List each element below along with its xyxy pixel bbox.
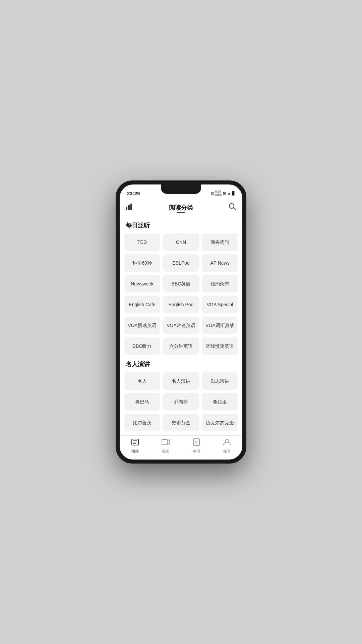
search-icon[interactable] bbox=[228, 203, 236, 213]
nav-reading[interactable]: 阅读 bbox=[120, 438, 150, 454]
svg-rect-1 bbox=[128, 205, 130, 210]
svg-rect-9 bbox=[162, 439, 167, 445]
list-item[interactable]: BBC听力 bbox=[124, 337, 160, 355]
list-item[interactable]: TED bbox=[124, 233, 160, 251]
list-item[interactable]: 环球慢速英语 bbox=[202, 337, 238, 355]
list-item[interactable]: 迈克尔杰克逊 bbox=[202, 414, 238, 431]
page-title: 阅读分类 bbox=[169, 204, 193, 212]
speeches-grid: 名人 名人演讲 励志演讲 奥巴马 乔布斯 希拉里 比尔盖茨 史蒂芬金 迈克尔杰克… bbox=[124, 372, 238, 435]
list-item[interactable]: 乔布斯 bbox=[163, 393, 199, 411]
list-item[interactable]: 纽约杂志 bbox=[202, 275, 238, 292]
section-famous-speeches: 名人演讲 名人 名人演讲 励志演讲 奥巴马 乔布斯 希拉里 比尔盖茨 史蒂芬金 … bbox=[124, 360, 238, 435]
list-item[interactable]: English Pod bbox=[163, 296, 199, 313]
nav-account-label: 账号 bbox=[223, 449, 231, 454]
status-icons: ⊡ 0.30KB/s ⊠ ▲ ▊ bbox=[211, 190, 235, 197]
list-item[interactable]: 名人 bbox=[124, 372, 160, 390]
nav-account[interactable]: 账号 bbox=[212, 438, 243, 454]
nav-video[interactable]: 视频 bbox=[150, 438, 181, 454]
svg-text:D: D bbox=[195, 440, 197, 444]
nav-reading-label: 阅读 bbox=[131, 449, 139, 454]
list-item[interactable]: VOA慢速英语 bbox=[124, 317, 160, 334]
header: 阅读分类 bbox=[120, 199, 242, 216]
list-item[interactable]: 名人演讲 bbox=[163, 372, 199, 390]
scroll-content: 每日泛听 TED CNN 商务周刊 科学60秒 ESLPod AP News N… bbox=[120, 216, 242, 435]
list-item[interactable]: 史蒂芬金 bbox=[163, 414, 199, 431]
list-item[interactable]: ESLPod bbox=[163, 254, 199, 272]
list-item[interactable]: VOA词汇典故 bbox=[202, 317, 238, 334]
list-item[interactable]: BBC英语 bbox=[163, 275, 199, 292]
list-item[interactable]: VOA常速英语 bbox=[163, 317, 199, 334]
list-item[interactable]: 商务周刊 bbox=[202, 233, 238, 251]
video-icon bbox=[162, 438, 170, 448]
reading-icon bbox=[131, 438, 139, 448]
list-item[interactable]: CNN bbox=[163, 233, 199, 251]
bottom-nav: 阅读 视频 D 单词 bbox=[120, 435, 242, 460]
nav-vocabulary-label: 单词 bbox=[193, 449, 200, 454]
list-item[interactable]: 六分钟英语 bbox=[163, 337, 199, 355]
stats-icon[interactable] bbox=[126, 204, 134, 212]
list-item[interactable]: 比尔盖茨 bbox=[124, 414, 160, 431]
status-time: 23:29 bbox=[127, 191, 140, 196]
svg-rect-2 bbox=[130, 204, 132, 210]
nav-video-label: 视频 bbox=[162, 449, 169, 454]
list-item[interactable]: 希拉里 bbox=[202, 393, 238, 411]
list-item[interactable]: 励志演讲 bbox=[202, 372, 238, 390]
list-item[interactable]: Newsweek bbox=[124, 275, 160, 292]
list-item[interactable]: 科学60秒 bbox=[124, 254, 160, 272]
nav-vocabulary[interactable]: D 单词 bbox=[181, 438, 212, 454]
section-title-daily: 每日泛听 bbox=[126, 221, 236, 229]
svg-line-4 bbox=[234, 208, 236, 210]
list-item[interactable]: VOA Special bbox=[202, 296, 238, 313]
list-item[interactable]: AP News bbox=[202, 254, 238, 272]
list-item[interactable]: English Cafe bbox=[124, 296, 160, 313]
section-title-speeches: 名人演讲 bbox=[126, 360, 236, 368]
section-daily-listening: 每日泛听 TED CNN 商务周刊 科学60秒 ESLPod AP News N… bbox=[124, 221, 238, 355]
list-item[interactable]: 奥巴马 bbox=[124, 393, 160, 411]
daily-listening-grid: TED CNN 商务周刊 科学60秒 ESLPod AP News Newswe… bbox=[124, 233, 238, 355]
vocabulary-icon: D bbox=[192, 438, 200, 448]
account-icon bbox=[223, 438, 231, 448]
svg-rect-0 bbox=[126, 207, 127, 210]
